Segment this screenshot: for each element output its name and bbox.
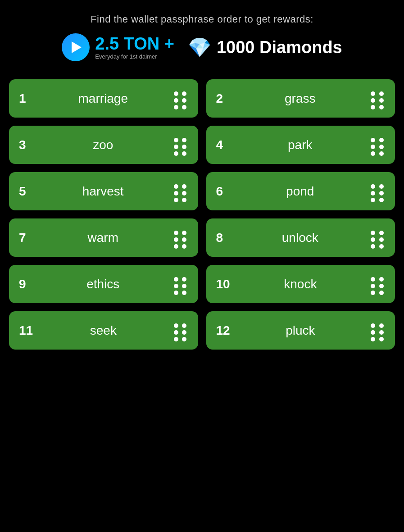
word-number: 9 (19, 277, 32, 291)
word-card[interactable]: 1marriage (9, 79, 198, 118)
ton-subtitle: Everyday for 1st daimer (95, 53, 174, 60)
word-card[interactable]: 6pond (206, 172, 395, 210)
ton-amount: 2.5 TON + (95, 35, 174, 52)
instruction-text: Find the wallet passphrase order to get … (91, 14, 313, 25)
word-card[interactable]: 5harvest (9, 172, 198, 210)
drag-dots-icon (371, 323, 385, 338)
drag-dots-icon (371, 138, 385, 152)
word-label: knock (230, 277, 371, 291)
reward-bar: 2.5 TON + Everyday for 1st daimer 💎 1000… (9, 33, 395, 61)
drag-dots-icon (174, 138, 188, 152)
drag-dots-icon (174, 91, 188, 106)
word-label: seek (33, 323, 173, 338)
word-number: 2 (216, 91, 230, 106)
word-number: 8 (216, 231, 230, 245)
word-label: marriage (32, 91, 174, 106)
word-label: ethics (32, 277, 174, 291)
ton-section: 2.5 TON + Everyday for 1st daimer (62, 33, 174, 61)
drag-dots-icon (371, 91, 385, 106)
words-grid: 1marriage2grass3zoo4park5harvest6pond7wa… (9, 79, 395, 350)
word-number: 5 (19, 184, 32, 199)
word-label: zoo (32, 138, 174, 152)
ton-text-block: 2.5 TON + Everyday for 1st daimer (95, 35, 174, 60)
drag-dots-icon (371, 277, 385, 291)
word-label: unlock (230, 231, 371, 245)
word-number: 12 (216, 323, 230, 338)
word-number: 7 (19, 231, 32, 245)
word-label: park (230, 138, 371, 152)
word-card[interactable]: 8unlock (206, 218, 395, 257)
word-card[interactable]: 9ethics (9, 265, 198, 303)
word-number: 1 (19, 91, 32, 106)
word-label: pluck (230, 323, 371, 338)
drag-dots-icon (174, 323, 188, 338)
word-card[interactable]: 12pluck (206, 311, 395, 350)
play-triangle-icon (72, 41, 82, 53)
drag-dots-icon (371, 231, 385, 245)
word-card[interactable]: 3zoo (9, 126, 198, 164)
word-card[interactable]: 7warm (9, 218, 198, 257)
drag-dots-icon (174, 277, 188, 291)
word-number: 6 (216, 184, 230, 199)
drag-dots-icon (174, 184, 188, 199)
diamond-amount: 1000 Diamonds (217, 38, 342, 57)
word-label: pond (230, 184, 371, 199)
word-card[interactable]: 4park (206, 126, 395, 164)
word-card[interactable]: 10knock (206, 265, 395, 303)
word-label: grass (230, 91, 371, 106)
diamond-icon: 💎 (188, 36, 211, 59)
word-label: warm (32, 231, 174, 245)
word-number: 3 (19, 138, 32, 152)
play-icon (62, 33, 90, 61)
drag-dots-icon (371, 184, 385, 199)
word-label: harvest (32, 184, 174, 199)
diamond-section: 💎 1000 Diamonds (188, 36, 342, 59)
word-number: 11 (19, 323, 33, 338)
drag-dots-icon (174, 231, 188, 245)
word-number: 4 (216, 138, 230, 152)
word-card[interactable]: 11seek (9, 311, 198, 350)
word-number: 10 (216, 277, 230, 291)
word-card[interactable]: 2grass (206, 79, 395, 118)
